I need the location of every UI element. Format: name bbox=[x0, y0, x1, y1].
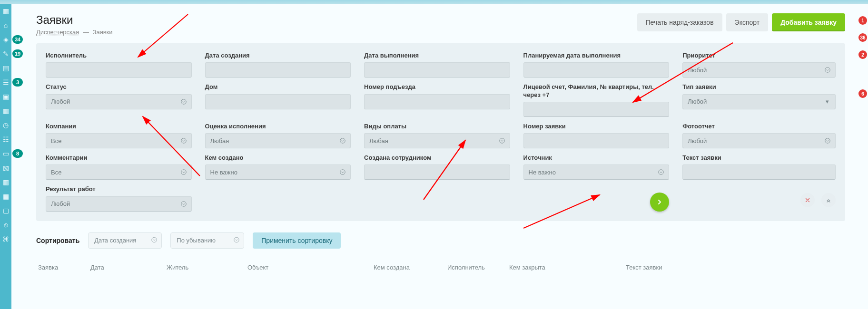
executor-input[interactable] bbox=[46, 62, 192, 77]
select-value: Все bbox=[51, 137, 61, 145]
col-object[interactable]: Объект bbox=[246, 262, 372, 273]
done-date-input[interactable] bbox=[364, 62, 510, 77]
chevron-down-icon bbox=[180, 98, 187, 106]
col-executor[interactable]: Исполнитель bbox=[445, 262, 507, 273]
filter-label: Приоритет bbox=[682, 52, 836, 59]
filter-label: Источник bbox=[523, 154, 670, 162]
nav-icon[interactable]: ▦ bbox=[0, 189, 11, 203]
add-request-button[interactable]: Добавить заявку bbox=[772, 13, 845, 31]
export-button[interactable]: Экспорт bbox=[726, 13, 769, 31]
comments-select[interactable]: Все bbox=[46, 164, 192, 180]
company-select[interactable]: Все bbox=[46, 133, 192, 148]
photoreport-select[interactable]: Любой bbox=[682, 133, 836, 148]
col-resident[interactable]: Житель bbox=[165, 262, 246, 273]
select-value: По убыванию bbox=[177, 237, 216, 244]
topbar bbox=[0, 0, 868, 4]
breadcrumb-root[interactable]: Диспетчерская bbox=[36, 29, 79, 36]
nav-icon[interactable]: ◷ bbox=[0, 118, 11, 132]
apply-filters-fab[interactable] bbox=[650, 193, 669, 212]
nav-icon[interactable]: ▭ bbox=[0, 146, 11, 161]
filter-label: Создана сотрудником bbox=[364, 154, 510, 162]
filter-label: Виды оплаты bbox=[364, 123, 510, 130]
results-table: Заявка Дата Житель Объект Кем создана Ис… bbox=[36, 262, 845, 273]
nav-icon[interactable]: ▣ bbox=[0, 89, 11, 104]
nav-icon[interactable]: ☷ bbox=[0, 132, 11, 146]
filter-label: Планируемая дата выполнения bbox=[523, 52, 670, 59]
source-select[interactable]: Не важно bbox=[523, 164, 670, 180]
nav-badge: 3 bbox=[12, 78, 23, 87]
table-header: Заявка Дата Житель Объект Кем создана Ис… bbox=[36, 262, 845, 273]
chevron-down-icon bbox=[824, 137, 831, 145]
apply-sort-button[interactable]: Применить сортировку bbox=[253, 232, 341, 249]
double-chevron-up-icon bbox=[825, 197, 832, 203]
nav-icon[interactable]: ▦ bbox=[0, 104, 11, 118]
status-select[interactable]: Любой bbox=[46, 94, 192, 109]
svg-point-1 bbox=[181, 99, 186, 104]
paykind-select[interactable]: Любая bbox=[364, 133, 510, 148]
col-created-by[interactable]: Кем создана bbox=[372, 262, 445, 273]
col-date[interactable]: Дата bbox=[89, 262, 165, 273]
created-date-input[interactable] bbox=[205, 62, 351, 77]
filter-label: Кем создано bbox=[205, 154, 351, 162]
nav-icon[interactable]: ✎ bbox=[0, 47, 11, 61]
chevron-right-icon bbox=[656, 198, 663, 206]
chevron-down-icon bbox=[824, 66, 831, 74]
main-content: Заявки Диспетчерская — Заявки Печать нар… bbox=[25, 9, 857, 309]
page-title: Заявки bbox=[36, 13, 113, 27]
filter-label: Компания bbox=[46, 123, 192, 130]
alert-badge[interactable]: 36 bbox=[858, 33, 867, 42]
collapse-filters-button[interactable] bbox=[821, 193, 836, 207]
nav-icon[interactable]: ▢ bbox=[0, 203, 11, 218]
alert-badge[interactable]: 2 bbox=[858, 50, 867, 59]
col-request[interactable]: Заявка bbox=[36, 262, 89, 273]
svg-point-9 bbox=[181, 201, 186, 206]
chevron-down-icon bbox=[339, 137, 346, 145]
left-nav-rail: ▦ ⌂ ◈34 ✎19 ▤ ☰3 ▣ ▦ ◷ ☷ ▭8 ▧ ▥ ▦ ▢ ⎋ ⌘ bbox=[0, 4, 11, 309]
right-notification-column: 1 36 2 6 bbox=[858, 16, 868, 106]
col-request-text[interactable]: Текст заявки bbox=[624, 262, 845, 273]
svg-point-4 bbox=[499, 138, 504, 144]
breadcrumb: Диспетчерская — Заявки bbox=[36, 29, 113, 36]
nav-icon[interactable]: ▧ bbox=[0, 161, 11, 175]
chevron-down-icon bbox=[180, 200, 187, 208]
nav-icon[interactable]: ◈ bbox=[0, 32, 11, 47]
account-input[interactable] bbox=[523, 102, 670, 117]
select-value: Любая bbox=[210, 137, 229, 145]
nav-icon[interactable]: ▦ bbox=[0, 4, 11, 18]
svg-point-5 bbox=[825, 138, 830, 144]
nav-icon[interactable]: ▥ bbox=[0, 175, 11, 189]
nav-icon[interactable]: ☰ bbox=[0, 75, 11, 89]
request-text-input[interactable] bbox=[682, 164, 836, 180]
sort-direction-select[interactable]: По убыванию bbox=[170, 232, 244, 249]
nav-icon[interactable]: ⎋ bbox=[0, 218, 11, 232]
priority-select[interactable]: Любой bbox=[682, 62, 836, 77]
chevron-down-icon bbox=[339, 168, 346, 176]
type-select[interactable]: Любой ▾ bbox=[682, 94, 836, 109]
alert-badge[interactable]: 1 bbox=[858, 16, 867, 25]
chevron-down-icon bbox=[657, 168, 665, 176]
alert-badge[interactable]: 6 bbox=[858, 89, 867, 98]
clear-filters-button[interactable] bbox=[800, 193, 815, 207]
nav-icon[interactable]: ⌘ bbox=[0, 232, 11, 246]
employee-created-input[interactable] bbox=[364, 164, 510, 180]
svg-point-3 bbox=[340, 138, 345, 144]
nav-icon[interactable]: ▤ bbox=[0, 61, 11, 75]
filters-panel: Исполнитель Дата создания Дата выполнени… bbox=[36, 43, 845, 221]
nav-icon[interactable]: ⌂ bbox=[0, 18, 11, 32]
col-closed-by[interactable]: Кем закрыта bbox=[507, 262, 624, 273]
rating-select[interactable]: Любая bbox=[205, 133, 351, 148]
filter-label: Номер подъезда bbox=[364, 83, 510, 91]
house-input[interactable] bbox=[205, 94, 351, 109]
plan-date-input[interactable] bbox=[523, 62, 670, 77]
work-result-select[interactable]: Любой bbox=[46, 196, 192, 212]
chevron-down-icon bbox=[151, 236, 158, 244]
filter-label: Статус bbox=[46, 83, 192, 91]
sort-field-select[interactable]: Дата создания bbox=[88, 232, 162, 249]
filter-label: Дом bbox=[205, 83, 351, 91]
select-value: Любой bbox=[51, 200, 70, 207]
createdby-select[interactable]: Не важно bbox=[205, 164, 351, 180]
filter-label: Фотоотчет bbox=[682, 123, 836, 130]
request-number-input[interactable] bbox=[523, 133, 670, 148]
print-orders-button[interactable]: Печать наряд-заказов bbox=[637, 13, 722, 31]
entrance-input[interactable] bbox=[364, 94, 510, 109]
